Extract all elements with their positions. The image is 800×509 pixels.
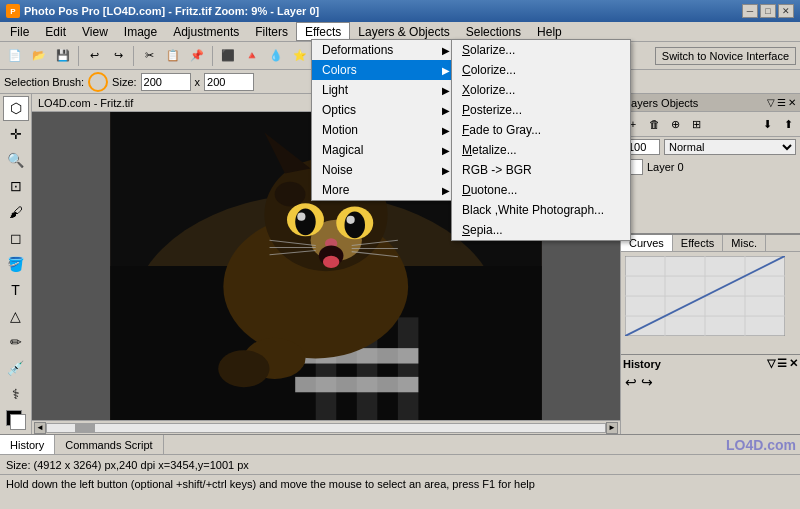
help-text: Hold down the left button (optional +shi… <box>6 478 535 490</box>
history-controls[interactable]: ▽ ☰ ✕ <box>767 357 798 370</box>
layer-item[interactable]: Layer 0 <box>621 157 800 177</box>
colors-xolorize[interactable]: Xolorize... <box>452 80 630 100</box>
history-redo-icon[interactable]: ↪ <box>641 374 653 390</box>
colors-fade-to-gray[interactable]: Fade to Gray... <box>452 120 630 140</box>
history-undo-icon[interactable]: ↩ <box>625 374 637 390</box>
panel-header-icons[interactable]: ▽ ☰ ✕ <box>767 97 796 108</box>
panel-menu-icon[interactable]: ☰ <box>777 97 786 108</box>
svg-point-28 <box>323 256 339 268</box>
size-input[interactable] <box>141 73 191 91</box>
size-y-input[interactable] <box>204 73 254 91</box>
panel-collapse-icon[interactable]: ▽ <box>767 97 775 108</box>
motion-arrow: ▶ <box>442 125 450 136</box>
svg-point-18 <box>297 213 305 221</box>
eyedropper-tool[interactable]: 💉 <box>3 355 29 380</box>
history-close-icon[interactable]: ✕ <box>789 357 798 370</box>
more-label: More <box>322 183 349 197</box>
colors-posterize[interactable]: Posterize... <box>452 100 630 120</box>
color-btn[interactable] <box>3 407 29 432</box>
selection-tool[interactable]: ⬡ <box>3 96 29 121</box>
effects-deformations[interactable]: Deformations ▶ <box>312 40 470 60</box>
menu-view[interactable]: View <box>74 22 116 41</box>
effects-motion[interactable]: Motion ▶ <box>312 120 470 140</box>
colors-colorize[interactable]: Colorize... <box>452 60 630 80</box>
scroll-right-button[interactable]: ► <box>606 422 618 434</box>
redo-button[interactable]: ↪ <box>107 45 129 67</box>
move-tool[interactable]: ✛ <box>3 122 29 147</box>
maximize-button[interactable]: □ <box>760 4 776 18</box>
new-button[interactable]: 📄 <box>4 45 26 67</box>
svg-point-17 <box>344 212 365 239</box>
brush-tool[interactable]: 🖌 <box>3 200 29 225</box>
deformations-label: Deformations <box>322 43 393 57</box>
layer-tools-row: + 🗑 ⊕ ⊞ ⬇ ⬆ <box>621 112 800 137</box>
tool1[interactable]: ⬛ <box>217 45 239 67</box>
effects-light[interactable]: Light ▶ <box>312 80 470 100</box>
menu-filters[interactable]: Filters <box>247 22 296 41</box>
more-arrow: ▶ <box>442 185 450 196</box>
menu-image[interactable]: Image <box>116 22 165 41</box>
window-controls[interactable]: ─ □ ✕ <box>742 4 794 18</box>
tab-history[interactable]: History <box>0 435 55 454</box>
bottom-tab-bar: History Commands Script LO4D.com <box>0 434 800 454</box>
scroll-left-button[interactable]: ◄ <box>34 422 46 434</box>
layer-duplicate-button[interactable]: ⊕ <box>665 114 685 134</box>
curves-content <box>621 252 800 343</box>
crop-tool[interactable]: ⊡ <box>3 174 29 199</box>
cut-button[interactable]: ✂ <box>138 45 160 67</box>
eraser-tool[interactable]: ◻ <box>3 226 29 251</box>
menu-adjustments[interactable]: Adjustments <box>165 22 247 41</box>
history-menu-icon[interactable]: ☰ <box>777 357 787 370</box>
tab-misc[interactable]: Misc. <box>723 235 766 251</box>
layer-down-button[interactable]: ⬇ <box>757 114 777 134</box>
novice-interface-button[interactable]: Switch to Novice Interface <box>655 47 796 65</box>
effects-colors[interactable]: Colors ▶ <box>312 60 470 80</box>
tool4[interactable]: ⭐ <box>289 45 311 67</box>
layer-up-button[interactable]: ⬆ <box>778 114 798 134</box>
paste-button[interactable]: 📌 <box>186 45 208 67</box>
colors-bw-photograph[interactable]: Black ,White Photograph... <box>452 200 630 220</box>
layer-merge-button[interactable]: ⊞ <box>686 114 706 134</box>
effects-optics[interactable]: Optics ▶ <box>312 100 470 120</box>
fill-tool[interactable]: 🪣 <box>3 252 29 277</box>
colors-rgb-bgr[interactable]: RGB -> BGR <box>452 160 630 180</box>
text-tool[interactable]: T <box>3 277 29 302</box>
layer-name: Layer 0 <box>647 161 684 173</box>
scroll-track[interactable] <box>46 423 606 433</box>
colors-metalize[interactable]: Metalize... <box>452 140 630 160</box>
light-arrow: ▶ <box>442 85 450 96</box>
minimize-button[interactable]: ─ <box>742 4 758 18</box>
scroll-thumb[interactable] <box>75 424 95 432</box>
effects-noise[interactable]: Noise ▶ <box>312 160 470 180</box>
close-button[interactable]: ✕ <box>778 4 794 18</box>
menu-file[interactable]: File <box>2 22 37 41</box>
canvas-hscrollbar[interactable]: ◄ ► <box>32 420 620 434</box>
shape-tool[interactable]: △ <box>3 303 29 328</box>
menu-edit[interactable]: Edit <box>37 22 74 41</box>
layers-panel: Layers Objects ▽ ☰ ✕ + 🗑 ⊕ ⊞ ⬇ ⬆ <box>621 94 800 234</box>
colors-duotone[interactable]: Duotone... <box>452 180 630 200</box>
tab-commands-script[interactable]: Commands Script <box>55 435 163 454</box>
svg-point-16 <box>295 209 316 236</box>
open-button[interactable]: 📂 <box>28 45 50 67</box>
layer-delete-button[interactable]: 🗑 <box>644 114 664 134</box>
copy-button[interactable]: 📋 <box>162 45 184 67</box>
heal-tool[interactable]: ⚕ <box>3 381 29 406</box>
effects-magical[interactable]: Magical ▶ <box>312 140 470 160</box>
zoom-tool[interactable]: 🔍 <box>3 148 29 173</box>
colors-sepia[interactable]: Sepia... <box>452 220 630 240</box>
colors-solarize[interactable]: Solarize... <box>452 40 630 60</box>
toolbar-separator-2 <box>133 46 134 66</box>
tool3[interactable]: 💧 <box>265 45 287 67</box>
tool2[interactable]: 🔺 <box>241 45 263 67</box>
blend-mode-select[interactable]: Normal Multiply Screen <box>664 139 796 155</box>
svg-point-19 <box>347 216 355 224</box>
tab-effects[interactable]: Effects <box>673 235 723 251</box>
effects-more[interactable]: More ▶ <box>312 180 470 200</box>
undo-button[interactable]: ↩ <box>83 45 105 67</box>
save-button[interactable]: 💾 <box>52 45 74 67</box>
pen-tool[interactable]: ✏ <box>3 329 29 354</box>
history-collapse-icon[interactable]: ▽ <box>767 357 775 370</box>
panel-close-icon[interactable]: ✕ <box>788 97 796 108</box>
right-panel: Layers Objects ▽ ☰ ✕ + 🗑 ⊕ ⊞ ⬇ ⬆ <box>620 94 800 434</box>
